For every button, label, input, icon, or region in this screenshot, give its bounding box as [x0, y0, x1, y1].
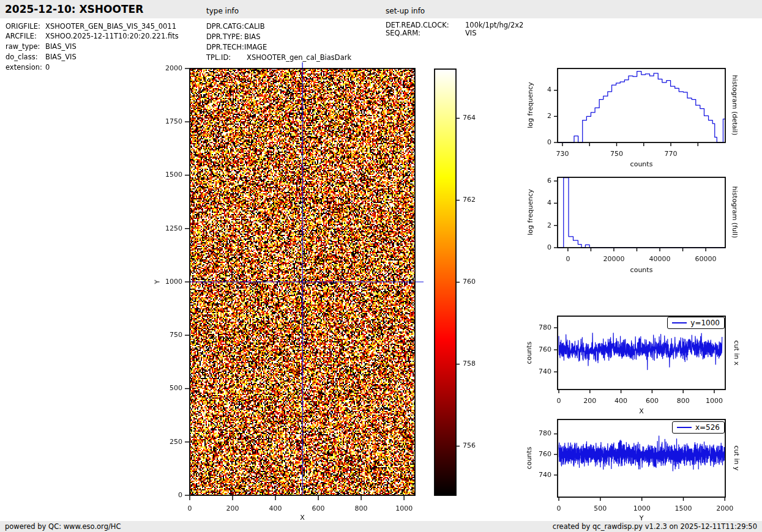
footer-bar: powered by QC: www.eso.org/HC created by…: [0, 521, 762, 532]
meta-row-origfile: ORIGFILE:XSHOOTER_GEN_BIAS_VIS_345_0011: [6, 22, 176, 31]
cut-x-y-label: counts: [525, 342, 533, 364]
meta-value: XSHOOTER_gen_cal_BiasDark: [247, 53, 351, 62]
type-info-heading: type info: [206, 7, 239, 15]
main-y-axis-label: Y: [154, 280, 162, 284]
footer-powered-by: powered by QC: www.eso.org/HC: [5, 522, 121, 531]
hist-detail-right-label: histogram (detail): [731, 75, 739, 136]
hist-full-x-label: counts: [630, 266, 653, 274]
meta-value: XSHOO.2025-12-11T10:20:20.221.fits: [45, 32, 179, 40]
setup-info-heading: set-up info: [386, 7, 425, 15]
meta-label: DPR.CATG:: [206, 22, 244, 31]
legend-line-sample: [677, 427, 692, 428]
meta-row-dpr-type: DPR.TYPE:BIAS: [206, 32, 260, 41]
meta-row-raw-type: raw_type:BIAS_VIS: [6, 42, 77, 51]
meta-value: CALIB: [244, 22, 265, 31]
meta-row-arcfile: ARCFILE:XSHOO.2025-12-11T10:20:20.221.fi…: [6, 32, 179, 40]
cut-y-y-label: counts: [525, 447, 533, 470]
cut-y-legend-label: x=526: [695, 423, 720, 432]
meta-value: XSHOOTER_GEN_BIAS_VIS_345_0011: [45, 22, 176, 31]
meta-value: IMAGE: [244, 43, 267, 51]
hist-full-y-label: log frequency: [526, 189, 534, 235]
cut-y-right-label: cut in y: [733, 446, 741, 471]
hist-full-right-label: histogram (full): [731, 187, 739, 238]
meta-label: do_class:: [6, 53, 45, 61]
meta-label: SEQ.ARM:: [386, 29, 465, 37]
meta-value: BIAS: [244, 32, 260, 41]
legend-line-sample: [672, 322, 687, 323]
page-title: 2025-12-10: XSHOOTER: [5, 3, 143, 15]
meta-row-dpr-tech: DPR.TECH:IMAGE: [206, 43, 267, 51]
footer-created-by: created by qc_rawdisp.py v1.2.3 on 2025-…: [553, 522, 757, 531]
meta-value: BIAS_VIS: [45, 42, 77, 51]
meta-row-read-clock: DET.READ.CLOCK:100k/1pt/hg/2x2: [386, 21, 523, 29]
hist-detail-y-label: log frequency: [526, 82, 534, 128]
meta-value: VIS: [465, 29, 477, 37]
cut-x-x-label: X: [639, 407, 644, 415]
meta-label: ARCFILE:: [6, 32, 45, 40]
meta-value: BIAS_VIS: [45, 53, 77, 61]
meta-row-dpr-catg: DPR.CATG:CALIB: [206, 22, 265, 31]
meta-label: raw_type:: [6, 42, 45, 51]
meta-label: DPR.TYPE:: [206, 32, 244, 41]
meta-label: DPR.TECH:: [206, 43, 244, 51]
cut-y-legend: x=526: [672, 421, 725, 434]
meta-label: extension:: [6, 63, 45, 72]
meta-label: ORIGFILE:: [6, 22, 45, 31]
meta-label: DET.READ.CLOCK:: [386, 21, 465, 29]
meta-row-do-class: do_class:BIAS_VIS: [6, 53, 77, 61]
meta-value: 0: [45, 63, 50, 72]
main-x-axis-label: X: [300, 514, 305, 522]
meta-value: 100k/1pt/hg/2x2: [465, 21, 523, 29]
cut-x-legend-label: y=1000: [690, 319, 720, 327]
hist-detail-x-label: counts: [630, 160, 653, 168]
meta-row-extension: extension:0: [6, 63, 50, 72]
cut-x-right-label: cut in x: [733, 341, 741, 366]
meta-row-seq-arm: SEQ.ARM:VIS: [386, 29, 477, 37]
cut-x-legend: y=1000: [667, 317, 725, 329]
qc-report-page: 2025-12-10: XSHOOTER type info set-up in…: [0, 0, 762, 532]
meta-label: TPL.ID:: [206, 53, 247, 62]
header-bar: 2025-12-10: XSHOOTER type info set-up in…: [0, 0, 762, 18]
meta-row-tpl-id: TPL.ID:XSHOOTER_gen_cal_BiasDark: [206, 53, 351, 62]
